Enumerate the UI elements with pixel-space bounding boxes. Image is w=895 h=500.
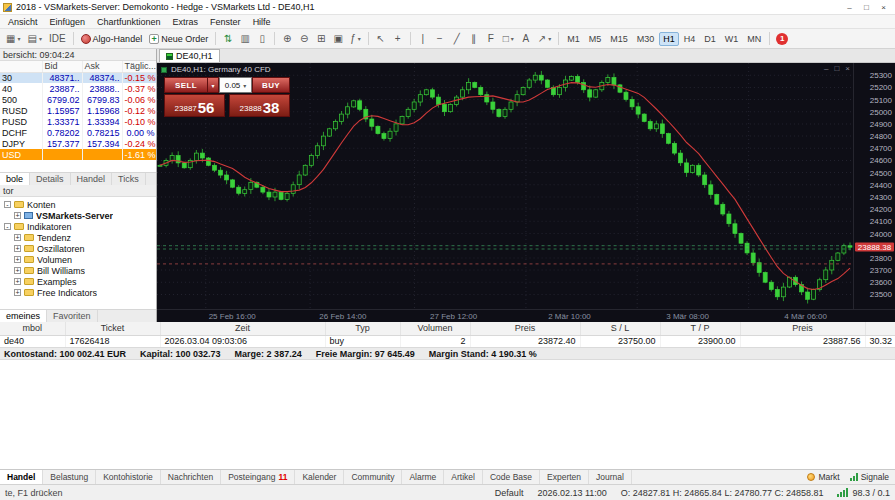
positions-column-t-p[interactable]: T / P xyxy=(660,322,740,335)
market-watch-row-dchf[interactable]: DCHF0.782020.782150.00 % xyxy=(0,127,156,138)
market-watch-row-rusd[interactable]: RUSD1.159571.15968-0.12 % xyxy=(0,105,156,116)
navigator-item-free-indicators[interactable]: +Free Indicators xyxy=(0,287,156,298)
market-button[interactable]: Markt xyxy=(807,472,839,482)
column-bid[interactable]: Bid xyxy=(42,61,82,72)
cursor-button[interactable]: ↖ xyxy=(373,31,389,47)
toolbox-tab-kontohistorie[interactable]: Kontohistorie xyxy=(96,470,161,484)
zoom-out-button[interactable]: ⊖ xyxy=(296,31,312,47)
connection-status[interactable]: 98.3 / 0.1 xyxy=(837,488,890,498)
toolbox-tab-belastung[interactable]: Belastung xyxy=(43,470,96,484)
timeframe-m1[interactable]: M1 xyxy=(563,32,584,46)
position-row[interactable]: de40176264182026.03.04 09:03:06buy223872… xyxy=(0,335,895,347)
navigator-item-oszillatoren[interactable]: +Oszillatoren xyxy=(0,243,156,254)
timeframe-m30[interactable]: M30 xyxy=(633,32,659,46)
buy-button[interactable]: BUY xyxy=(252,77,290,93)
menu-extras[interactable]: Extras xyxy=(167,17,205,27)
maximize-button[interactable]: □ xyxy=(858,1,875,14)
expander-icon[interactable]: + xyxy=(14,256,21,263)
indicators-button[interactable]: ƒ▾ xyxy=(347,31,364,47)
navigator-item-bill-williams[interactable]: +Bill Williams xyxy=(0,265,156,276)
market-watch-row-40[interactable]: 4023887..23888..-0.37 % xyxy=(0,83,156,94)
menu-chartfunktionen[interactable]: Chartfunktionen xyxy=(91,17,167,27)
vertical-line-button[interactable]: | xyxy=(415,31,431,47)
market-watch-row-pusd[interactable]: PUSD1.333711.33394-0.10 % xyxy=(0,116,156,127)
new-chart-button[interactable]: ▦▾ xyxy=(3,31,23,47)
timeframe-h1[interactable]: H1 xyxy=(659,32,679,46)
navigator-tab-emeines[interactable]: emeines xyxy=(0,310,47,322)
market-watch-tab-ticks[interactable]: Ticks xyxy=(112,173,146,185)
buy-price[interactable]: 23888 38 xyxy=(229,94,290,117)
navigator-item-indikatoren[interactable]: -Indikatoren xyxy=(0,221,156,232)
channel-button[interactable]: ∥ xyxy=(466,31,482,47)
positions-column-preis[interactable]: Preis xyxy=(740,322,865,335)
chart-plot[interactable]: DE40,H1: Germany 40 CFD – □ × SELL ▾ 0.0… xyxy=(157,63,853,309)
navigator-item-volumen[interactable]: +Volumen xyxy=(0,254,156,265)
timeframe-m5[interactable]: M5 xyxy=(585,32,606,46)
timeframe-m15[interactable]: M15 xyxy=(606,32,632,46)
chart-minimize-button[interactable]: – xyxy=(824,64,828,73)
sell-button[interactable]: SELL xyxy=(164,77,208,93)
positions-column-typ[interactable]: Typ xyxy=(325,322,400,335)
close-button[interactable]: × xyxy=(875,1,892,14)
market-watch-tab-details[interactable]: Details xyxy=(30,173,71,185)
time-axis[interactable]: 25 Feb 16:0026 Feb 14:0027 Feb 12:002 Mä… xyxy=(157,309,895,322)
profile-indicator[interactable]: Default xyxy=(495,488,524,498)
chart-close-button[interactable]: × xyxy=(845,64,850,73)
toolbox-tab-kalender[interactable]: Kalender xyxy=(295,470,344,484)
crosshair-button[interactable]: + xyxy=(390,31,406,47)
market-watch-tab-bole[interactable]: bole xyxy=(0,173,30,185)
fibonacci-button[interactable]: F xyxy=(483,31,499,47)
volume-input[interactable]: 0.05 ▾ xyxy=(219,77,252,93)
navigator-item-tendenz[interactable]: +Tendenz xyxy=(0,232,156,243)
candle-chart-button[interactable]: ▯ xyxy=(254,31,270,47)
tile-windows-button[interactable]: ▣ xyxy=(330,31,346,47)
menu-einf-gen[interactable]: Einfügen xyxy=(44,17,92,27)
timeframe-w1[interactable]: W1 xyxy=(721,32,743,46)
positions-column-preis[interactable]: Preis xyxy=(470,322,580,335)
positions-column-mbol[interactable]: mbol xyxy=(0,322,65,335)
navigator-tab-favoriten[interactable]: Favoriten xyxy=(47,310,98,322)
shapes-button[interactable]: □▾ xyxy=(500,31,517,47)
expander-icon[interactable]: + xyxy=(14,245,21,252)
expander-icon[interactable]: + xyxy=(14,212,21,219)
expander-icon[interactable]: + xyxy=(14,234,21,241)
toolbox-tab-posteingang[interactable]: Posteingang11 xyxy=(221,470,295,484)
minimize-button[interactable]: – xyxy=(841,1,858,14)
market-watch-row-500[interactable]: 5006799.026799.83-0.06 % xyxy=(0,94,156,105)
bar-chart-button[interactable]: ▥ xyxy=(237,31,253,47)
menu-ansicht[interactable]: Ansicht xyxy=(2,17,44,27)
toolbox-tab-experten[interactable]: Experten xyxy=(540,470,589,484)
signals-button[interactable]: Signale xyxy=(850,472,889,482)
toolbox-tab-community[interactable]: Community xyxy=(344,470,402,484)
market-watch-row-30[interactable]: 3048371..48374..-0.15 % xyxy=(0,72,156,83)
toolbox-tab-nachrichten[interactable]: Nachrichten xyxy=(161,470,221,484)
market-watch-row-djpy[interactable]: DJPY157.377157.394-0.24 % xyxy=(0,138,156,149)
timeframe-mn[interactable]: MN xyxy=(743,32,765,46)
navigator-item-konten[interactable]: -Konten xyxy=(0,199,156,210)
horizontal-line-button[interactable]: − xyxy=(432,31,448,47)
column-daily-change[interactable]: Täglic... xyxy=(122,61,156,72)
positions-column-s-l[interactable]: S / L xyxy=(580,322,660,335)
toolbox-tab-journal[interactable]: Journal xyxy=(589,470,632,484)
market-watch-row-usd[interactable]: USD-1.61 % xyxy=(0,149,156,160)
navigator-item-vsmarkets-server[interactable]: +VSMarkets-Server xyxy=(0,210,156,221)
text-button[interactable]: A xyxy=(518,31,534,47)
zoom-in-button[interactable]: ⊕ xyxy=(279,31,295,47)
timeframe-d1[interactable]: D1 xyxy=(700,32,720,46)
sell-price[interactable]: 23887 56 xyxy=(164,94,225,117)
expander-icon[interactable]: + xyxy=(14,278,21,285)
new-order-button[interactable]: +Neue Order xyxy=(146,31,211,47)
notifications-badge[interactable]: 1 xyxy=(776,33,788,45)
sell-dropdown-icon[interactable]: ▾ xyxy=(208,77,219,93)
expander-icon[interactable]: - xyxy=(4,223,11,230)
timeframe-h4[interactable]: H4 xyxy=(680,32,700,46)
toolbox-tab-code-base[interactable]: Code Base xyxy=(483,470,540,484)
metaeditor-button[interactable]: IDE xyxy=(46,31,69,47)
grid-button[interactable]: ⊞ xyxy=(313,31,329,47)
toolbox-tab-artikel[interactable]: Artikel xyxy=(444,470,483,484)
column-symbol[interactable] xyxy=(0,61,42,72)
algo-trading-button[interactable]: Algo-Handel xyxy=(78,31,146,47)
toolbox-tab-alarme[interactable]: Alarme xyxy=(402,470,444,484)
menu-hilfe[interactable]: Hilfe xyxy=(247,17,277,27)
price-axis[interactable]: 2350023600237002380023900240002410024200… xyxy=(853,63,895,309)
